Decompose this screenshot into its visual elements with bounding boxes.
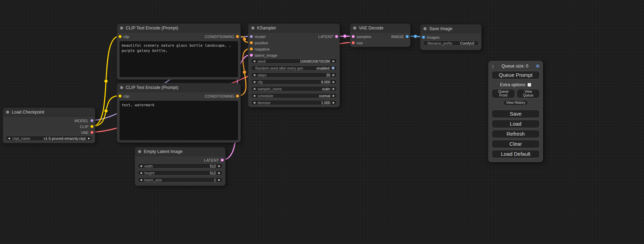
images-input-dot[interactable] (422, 36, 425, 39)
filename-prefix-widget[interactable]: filename_prefix ComfyUI (423, 40, 479, 46)
slot-label: vae (356, 41, 363, 45)
slot-label: clip (123, 94, 129, 98)
decrement-arrow-icon[interactable]: ◀ (253, 81, 255, 83)
positive-input-dot[interactable] (250, 41, 253, 44)
vae-output-dot[interactable] (90, 131, 94, 134)
load-button[interactable]: Load (492, 120, 540, 128)
empty-latent-title-bar[interactable]: Empty Latent Image (135, 147, 225, 156)
menu-header: ⣿ Queue size: 0 ✻ (492, 63, 540, 69)
clip-input-dot[interactable] (118, 35, 122, 38)
increment-arrow-icon[interactable]: ▶ (333, 60, 335, 63)
clip-positive-title-bar[interactable]: CLIP Text Encode (Prompt) (117, 24, 240, 33)
widget-value: 1.000 (321, 101, 330, 105)
latent-image-input-dot[interactable] (250, 54, 253, 57)
increment-arrow-icon[interactable]: ▶ (333, 88, 335, 90)
clear-button[interactable]: Clear (492, 140, 540, 148)
increment-arrow-icon[interactable]: ▶ (218, 179, 220, 181)
node-empty-latent-image[interactable]: Empty Latent Image LATENT ◀ width 512 ▶ … (135, 147, 226, 186)
steps-widget[interactable]: ◀ steps 20 ▶ (251, 72, 337, 78)
negative-prompt-textarea[interactable]: text, watermark (120, 101, 238, 140)
model-output-dot[interactable] (90, 119, 94, 122)
increment-arrow-icon[interactable]: ▶ (218, 165, 220, 168)
conditioning-output-dot[interactable] (236, 94, 239, 98)
model-input-dot[interactable] (250, 35, 253, 38)
width-widget[interactable]: ◀ width 512 ▶ (138, 163, 223, 169)
latent-output-dot[interactable] (335, 35, 338, 38)
increment-arrow-icon[interactable]: ▶ (333, 101, 335, 104)
decrement-arrow-icon[interactable]: ◀ (253, 60, 255, 63)
increment-arrow-icon[interactable]: ▶ (218, 172, 220, 174)
slot-label: model (255, 35, 265, 39)
widget-value: 8.000 (321, 80, 330, 84)
refresh-button[interactable]: Refresh (492, 130, 540, 138)
scheduler-widget[interactable]: ◀ scheduler normal ▶ (251, 93, 337, 98)
decrement-arrow-icon[interactable]: ◀ (253, 94, 255, 97)
widget-label: ckpt_name (12, 136, 30, 141)
widget-label: height (144, 171, 155, 175)
widget-value: v1-5-pruned-emaonly.ckpt (44, 136, 86, 141)
drag-handle-icon[interactable]: ⣿ (492, 64, 494, 68)
widget-label: width (144, 164, 153, 168)
save-button[interactable]: Save (492, 110, 540, 118)
clip-output-dot[interactable] (90, 125, 94, 128)
vae-decode-title-bar[interactable]: VAE Decode (350, 24, 410, 33)
extra-options-checkbox[interactable] (528, 83, 531, 87)
decrement-arrow-icon[interactable]: ◀ (253, 74, 255, 76)
view-history-button[interactable]: View History (503, 100, 528, 106)
decrement-arrow-icon[interactable]: ◀ (253, 88, 255, 90)
clip-negative-title-bar[interactable]: CLIP Text Encode (Prompt) (117, 83, 240, 92)
node-status-dot (120, 26, 123, 30)
node-ksampler[interactable]: KSampler model positive negative latent_… (248, 24, 340, 107)
clip-input-dot[interactable] (118, 94, 122, 98)
input-slot-samples: samples (352, 34, 371, 39)
batch-size-widget[interactable]: ◀ batch_size 1 ▶ (138, 177, 223, 182)
image-output-dot[interactable] (406, 35, 409, 38)
conditioning-output-dot[interactable] (236, 35, 239, 38)
seed-widget[interactable]: ◀ seed 156680208700286 ▶ (251, 58, 337, 64)
queue-prompt-button[interactable]: Queue Prompt (492, 71, 540, 79)
load-checkpoint-title-bar[interactable]: Load Checkpoint (3, 108, 95, 117)
latent-output-dot[interactable] (221, 159, 224, 162)
toggle-dot[interactable] (332, 66, 335, 70)
positive-prompt-textarea[interactable]: beautiful scenery nature glass bottle la… (120, 41, 238, 77)
decrement-arrow-icon[interactable]: ◀ (8, 137, 10, 140)
slot-label: images (427, 35, 440, 39)
vae-input-dot[interactable] (352, 41, 355, 44)
save-image-title-bar[interactable]: Save Image (421, 25, 481, 33)
ksampler-title-bar[interactable]: KSampler (248, 24, 339, 33)
node-vae-decode[interactable]: VAE Decode samples vae IMAGE (350, 24, 411, 47)
node-load-checkpoint[interactable]: Load Checkpoint MODEL CLIP VAE ◀ ckpt_na… (3, 108, 95, 143)
node-clip-text-encode-positive[interactable]: CLIP Text Encode (Prompt) clip CONDITION… (117, 24, 241, 80)
decrement-arrow-icon[interactable]: ◀ (140, 179, 142, 181)
height-widget[interactable]: ◀ height 512 ▶ (138, 170, 223, 175)
link-midpoint-dot (243, 71, 246, 74)
cfg-widget[interactable]: ◀ cfg 8.000 ▶ (251, 79, 337, 84)
samples-input-dot[interactable] (352, 35, 355, 38)
increment-arrow-icon[interactable]: ▶ (333, 81, 335, 83)
load-default-button[interactable]: Load Default (492, 150, 540, 158)
increment-arrow-icon[interactable]: ▶ (333, 94, 335, 97)
extra-options-label: Extra options (500, 82, 526, 87)
slot-label: negative (255, 47, 270, 51)
node-clip-text-encode-negative[interactable]: CLIP Text Encode (Prompt) clip CONDITION… (117, 83, 241, 143)
view-queue-button[interactable]: View Queue (517, 89, 540, 98)
input-slot-clip: clip (118, 93, 129, 99)
decrement-arrow-icon[interactable]: ◀ (140, 165, 142, 168)
queue-front-button[interactable]: Queue Front (492, 89, 515, 98)
node-save-image[interactable]: Save Image images filename_prefix ComfyU… (420, 24, 482, 50)
node-graph-canvas[interactable]: Load Checkpoint MODEL CLIP VAE ◀ ckpt_na… (0, 0, 644, 244)
node-status-dot (120, 86, 123, 89)
widget-value: 512 (210, 171, 216, 175)
sampler-name-widget[interactable]: ◀ sampler_name euler ▶ (251, 86, 337, 91)
random-seed-toggle-widget[interactable]: Random seed after every gen enabled (251, 65, 337, 71)
increment-arrow-icon[interactable]: ▶ (88, 137, 90, 140)
decrement-arrow-icon[interactable]: ◀ (140, 172, 142, 174)
widget-label: steps (258, 73, 266, 77)
settings-gear-icon[interactable]: ✻ (536, 63, 540, 69)
increment-arrow-icon[interactable]: ▶ (333, 74, 335, 76)
ckpt-name-widget[interactable]: ◀ ckpt_name v1-5-pruned-emaonly.ckpt ▶ (6, 136, 92, 141)
output-slot-latent: LATENT (318, 34, 338, 39)
decrement-arrow-icon[interactable]: ◀ (253, 101, 255, 104)
negative-input-dot[interactable] (250, 47, 253, 51)
denoise-widget[interactable]: ◀ denoise 1.000 ▶ (251, 100, 337, 105)
